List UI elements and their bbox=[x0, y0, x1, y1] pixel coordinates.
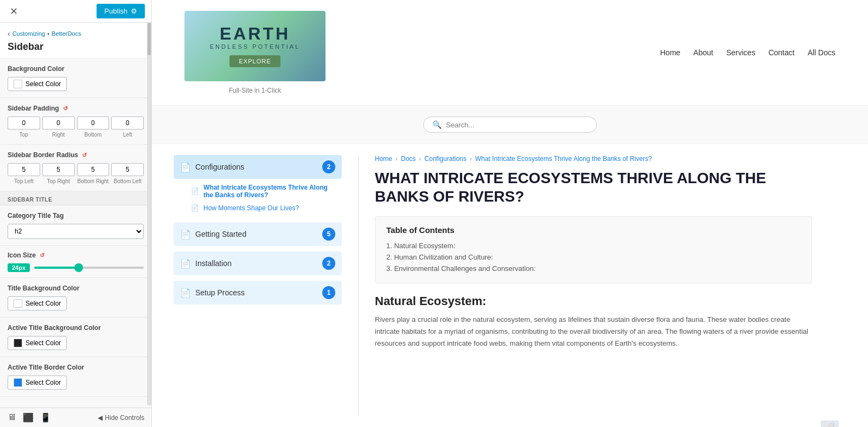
configurations-title: 📄 Configurations bbox=[180, 162, 244, 172]
setup-process-icon: 📄 bbox=[180, 288, 191, 298]
hero-banner: EARTH ENDLESS POTENTIAL EXPLORE bbox=[184, 11, 326, 81]
border-tl-input[interactable] bbox=[8, 163, 40, 176]
background-color-label: Background Color bbox=[8, 65, 144, 73]
divider bbox=[358, 155, 359, 416]
hide-controls-label: Hide Controls bbox=[105, 414, 144, 422]
padding-left-input[interactable] bbox=[111, 117, 144, 130]
active-title-bg-color-label: Active Title Background Color bbox=[8, 324, 144, 332]
installation-icon: 📄 bbox=[180, 258, 191, 269]
breadcrumb-home[interactable]: Home bbox=[375, 155, 392, 163]
panel-title: Sidebar bbox=[8, 39, 144, 56]
scroll-thumb bbox=[148, 23, 151, 55]
scrollbar[interactable] bbox=[147, 23, 151, 405]
title-select-color-label: Select Color bbox=[25, 300, 61, 307]
search-section: 🔍 bbox=[152, 106, 868, 144]
publish-button[interactable]: Publish ⚙ bbox=[97, 4, 145, 18]
border-radius-label: Sidebar Border Radius ↺ bbox=[8, 151, 144, 159]
top-label: Top bbox=[8, 132, 40, 138]
doc-item-icon: 📄 bbox=[191, 187, 199, 195]
icon-size-reset-icon[interactable]: ↺ bbox=[40, 252, 44, 258]
border-select-color-label: Select Color bbox=[25, 379, 61, 386]
doc-item-ecosystems[interactable]: 📄 What Intricate Ecosystems Thrive Along… bbox=[187, 181, 342, 202]
active-color-swatch bbox=[14, 339, 22, 347]
content-area: 📄 Configurations 2 📄 What Intricate Ecos… bbox=[152, 144, 868, 427]
toc-item-3[interactable]: 3. Environmental Challenges and Conserva… bbox=[386, 263, 801, 274]
close-button[interactable]: ✕ bbox=[7, 4, 21, 18]
padding-inputs bbox=[8, 117, 144, 130]
sidebar-padding-section: Sidebar Padding ↺ Top Right Bottom Left bbox=[0, 98, 151, 145]
padding-bottom-input[interactable] bbox=[77, 117, 110, 130]
sep1: › bbox=[395, 155, 398, 163]
configurations-category-header[interactable]: 📄 Configurations 2 bbox=[174, 155, 342, 179]
bottom-label: Bottom bbox=[77, 132, 110, 138]
toc-item-1[interactable]: 1. Natural Ecosystem: bbox=[386, 240, 801, 251]
section1-text: Rivers play a crucial role in the natura… bbox=[375, 314, 812, 350]
tr-label: Top Right bbox=[42, 178, 75, 184]
customizing-link[interactable]: Customizing bbox=[12, 30, 46, 37]
site-tagline: Full-Site in 1-Click bbox=[229, 87, 282, 94]
doc-item-moments[interactable]: 📄 How Moments Shape Our Lives? bbox=[187, 202, 342, 215]
sidebar-border-radius-section: Sidebar Border Radius ↺ Top Left Top Rig… bbox=[0, 145, 151, 191]
nav-contact[interactable]: Contact bbox=[768, 48, 794, 57]
title-bg-color-button[interactable]: Select Color bbox=[8, 296, 67, 310]
title-bg-color-section: Title Background Color Select Color bbox=[0, 278, 151, 318]
article-title: WHAT INTRICATE ECOSYSTEMS THRIVE ALONG T… bbox=[375, 169, 812, 205]
padding-reset-icon[interactable]: ↺ bbox=[63, 105, 68, 112]
tl-label: Top Left bbox=[8, 178, 40, 184]
br-label: Bottom Right bbox=[77, 178, 110, 184]
site-header: ✏ EARTH ENDLESS POTENTIAL EXPLORE Full-S… bbox=[152, 0, 868, 106]
icon-size-label: Icon Size ↺ bbox=[8, 251, 144, 259]
breadcrumb-current[interactable]: What Intricate Ecosystems Thrive Along t… bbox=[475, 155, 652, 163]
doc-category-setup-process: 📄 Setup Process 1 bbox=[174, 281, 342, 305]
breadcrumb-docs[interactable]: Docs bbox=[401, 155, 416, 163]
nav-all-docs[interactable]: All Docs bbox=[808, 48, 835, 57]
mobile-icon[interactable]: 📱 bbox=[40, 412, 51, 423]
collapse-button[interactable]: ⬜ bbox=[821, 420, 839, 427]
icon-size-slider[interactable] bbox=[34, 267, 144, 269]
getting-started-category-header[interactable]: 📄 Getting Started 5 bbox=[174, 222, 342, 246]
hide-controls-icon: ◀ bbox=[98, 414, 103, 422]
section-link[interactable]: BetterDocs bbox=[52, 30, 81, 37]
breadcrumb: ‹ Customizing • BetterDocs bbox=[8, 28, 144, 39]
back-button[interactable]: ‹ bbox=[8, 28, 10, 39]
border-radius-labels: Top Left Top Right Bottom Right Bottom L… bbox=[8, 178, 144, 184]
desktop-icon[interactable]: 🖥 bbox=[8, 412, 16, 423]
installation-category-header[interactable]: 📄 Installation 2 bbox=[174, 251, 342, 275]
border-radius-reset-icon[interactable]: ↺ bbox=[82, 152, 87, 158]
sidebar-title-section-label: SIDEBAR TITLE bbox=[0, 191, 151, 205]
toc-item-2[interactable]: 2. Human Civilization and Culture: bbox=[386, 251, 801, 263]
setup-process-category-header[interactable]: 📄 Setup Process 1 bbox=[174, 281, 342, 305]
border-bl-input[interactable] bbox=[111, 163, 144, 176]
hero-title: EARTH bbox=[220, 25, 290, 42]
padding-top-input[interactable] bbox=[8, 117, 40, 130]
doc-item-ecosystems-label: What Intricate Ecosystems Thrive Along t… bbox=[203, 184, 337, 199]
background-color-button[interactable]: Select Color bbox=[8, 77, 67, 91]
border-br-input[interactable] bbox=[77, 163, 110, 176]
nav-about[interactable]: About bbox=[693, 48, 713, 57]
search-input[interactable] bbox=[446, 121, 588, 129]
padding-right-input[interactable] bbox=[42, 117, 75, 130]
right-label: Right bbox=[42, 132, 75, 138]
hide-controls-button[interactable]: ◀ Hide Controls bbox=[98, 414, 144, 422]
doc-category-configurations: 📄 Configurations 2 📄 What Intricate Ecos… bbox=[174, 155, 342, 217]
icon-size-slider-row: 24px bbox=[8, 263, 144, 272]
active-title-bg-color-button[interactable]: Select Color bbox=[8, 336, 67, 350]
breadcrumb-configurations[interactable]: Configurations bbox=[424, 155, 466, 163]
toc-title: Table of Contents bbox=[386, 225, 801, 235]
hero-subtitle: ENDLESS POTENTIAL bbox=[210, 43, 301, 50]
border-tr-input[interactable] bbox=[42, 163, 75, 176]
hero-explore-button[interactable]: EXPLORE bbox=[229, 55, 281, 67]
nav-home[interactable]: Home bbox=[660, 48, 680, 57]
configurations-icon: 📄 bbox=[180, 162, 191, 172]
category-title-tag-select[interactable]: h1 h2 h3 h4 h5 h6 bbox=[8, 224, 144, 239]
site-nav: Home About Services Contact All Docs bbox=[660, 48, 835, 57]
active-title-border-color-button[interactable]: Select Color bbox=[8, 376, 67, 390]
tablet-icon[interactable]: ⬛ bbox=[23, 412, 34, 423]
configurations-count: 2 bbox=[322, 160, 335, 173]
getting-started-label: Getting Started bbox=[195, 230, 246, 238]
configurations-items: 📄 What Intricate Ecosystems Thrive Along… bbox=[174, 179, 342, 217]
nav-services[interactable]: Services bbox=[726, 48, 756, 57]
top-bar: ✕ Publish ⚙ bbox=[0, 0, 151, 23]
padding-labels: Top Right Bottom Left bbox=[8, 132, 144, 138]
configurations-label: Configurations bbox=[195, 163, 244, 171]
